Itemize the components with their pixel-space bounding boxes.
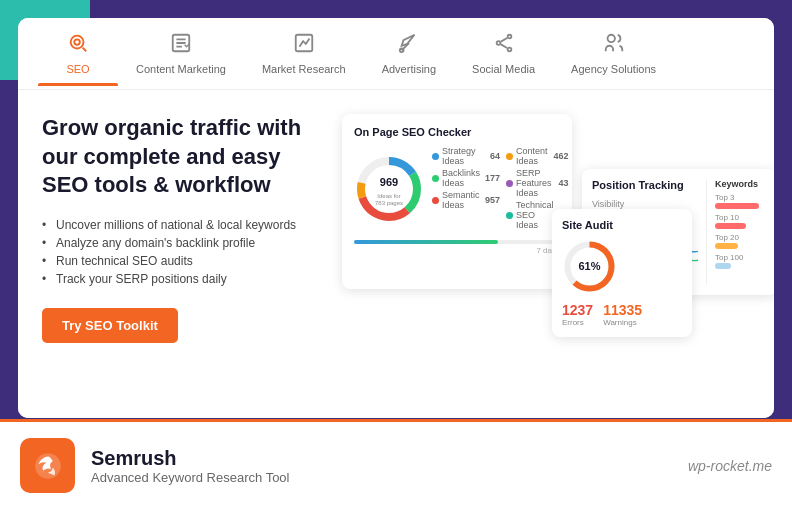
donut-chart-svg: 969 Ideas for 783 pages xyxy=(354,154,424,224)
agency-icon xyxy=(603,32,625,59)
left-panel: Grow organic traffic with our complete a… xyxy=(42,114,342,398)
svg-line-11 xyxy=(500,44,506,48)
kw-bar-top10: Top 10 xyxy=(715,213,767,229)
donut-area: 969 Ideas for 783 pages Strategy Ideas64… xyxy=(354,146,560,232)
svg-point-13 xyxy=(607,35,614,42)
site-audit-card: Site Audit 61% 1237 Errors xyxy=(552,209,692,337)
tab-advertising[interactable]: Advertising xyxy=(364,22,454,85)
svg-point-0 xyxy=(71,36,84,49)
cta-button[interactable]: Try SEO Toolkit xyxy=(42,308,178,343)
keywords-title: Keywords xyxy=(715,179,767,189)
tab-agency[interactable]: Agency Solutions xyxy=(553,22,674,85)
tab-navigation: SEO Content Marketing xyxy=(18,18,774,90)
audit-stats: 1237 Errors 11335 Warnings xyxy=(562,302,682,327)
right-panel: On Page SEO Checker 969 Ideas for xyxy=(342,114,750,398)
tab-social-label: Social Media xyxy=(472,63,535,75)
tab-seo-label: SEO xyxy=(66,63,89,75)
feature-item-4: Track your SERP positions daily xyxy=(42,270,322,288)
advertising-icon xyxy=(398,32,420,59)
on-page-seo-title: On Page SEO Checker xyxy=(354,126,560,138)
tab-market-research[interactable]: Market Research xyxy=(244,22,364,85)
content-area: Grow organic traffic with our complete a… xyxy=(18,90,774,418)
svg-text:61%: 61% xyxy=(578,260,600,272)
feature-item-2: Analyze any domain's backlink profile xyxy=(42,234,322,252)
feature-item-3: Run technical SEO audits xyxy=(42,252,322,270)
hero-headline: Grow organic traffic with our complete a… xyxy=(42,114,322,200)
social-icon xyxy=(493,32,515,59)
svg-point-8 xyxy=(507,35,511,39)
tab-seo[interactable]: SEO xyxy=(38,22,118,85)
on-page-seo-card: On Page SEO Checker 969 Ideas for xyxy=(342,114,572,289)
feature-item-1: Uncover millions of national & local key… xyxy=(42,216,322,234)
site-audit-title: Site Audit xyxy=(562,219,682,231)
svg-text:783 pages: 783 pages xyxy=(375,200,403,206)
svg-point-9 xyxy=(496,41,500,45)
keywords-column: Keywords Top 3 Top 10 Top 20 xyxy=(707,179,767,273)
legend-col-1: Strategy Ideas64 Backlinks Ideas177 Sema… xyxy=(432,146,500,232)
seo-icon xyxy=(67,32,89,59)
tab-content-marketing[interactable]: Content Marketing xyxy=(118,22,244,85)
plugin-name: Semrush xyxy=(91,447,688,470)
position-tracking-title: Position Tracking xyxy=(592,179,698,191)
progress-bar xyxy=(354,240,560,244)
content-icon xyxy=(170,32,192,59)
plugin-icon-wrapper xyxy=(20,438,75,493)
semrush-logo-icon xyxy=(32,450,64,482)
svg-text:Ideas for: Ideas for xyxy=(377,193,400,199)
feature-list: Uncover millions of national & local key… xyxy=(42,216,322,288)
market-icon xyxy=(293,32,315,59)
plugin-description: Advanced Keyword Research Tool xyxy=(91,470,688,485)
kw-bar-top20: Top 20 xyxy=(715,233,767,249)
tab-agency-label: Agency Solutions xyxy=(571,63,656,75)
main-card: SEO Content Marketing xyxy=(18,18,774,418)
svg-text:969: 969 xyxy=(380,176,398,188)
audit-errors: 1237 xyxy=(562,302,593,318)
kw-bar-top3: Top 3 xyxy=(715,193,767,209)
plugin-url: wp-rocket.me xyxy=(688,458,772,474)
tab-advertising-label: Advertising xyxy=(382,63,436,75)
audit-circle-svg: 61% xyxy=(562,239,617,294)
svg-line-12 xyxy=(500,38,506,42)
kw-bar-top100: Top 100 xyxy=(715,253,767,269)
plugin-info: Semrush Advanced Keyword Research Tool xyxy=(91,447,688,485)
tab-social-media[interactable]: Social Media xyxy=(454,22,553,85)
tab-market-label: Market Research xyxy=(262,63,346,75)
outer-wrapper: SEO Content Marketing xyxy=(0,0,792,509)
audit-warnings: 11335 xyxy=(603,302,642,318)
visibility-label: Visibility xyxy=(592,199,698,209)
tab-content-label: Content Marketing xyxy=(136,63,226,75)
plugin-bar: Semrush Advanced Keyword Research Tool w… xyxy=(0,419,792,509)
svg-point-10 xyxy=(507,48,511,52)
